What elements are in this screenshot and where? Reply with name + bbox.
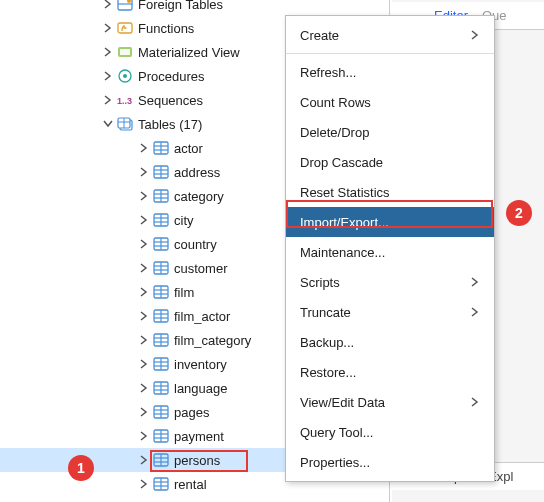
menu-item-label: Delete/Drop xyxy=(300,125,369,140)
menu-item-label: Import/Export... xyxy=(300,215,389,230)
chevron-right-icon xyxy=(470,30,480,40)
menu-item-label: Maintenance... xyxy=(300,245,385,260)
tree-table-label: rental xyxy=(174,477,207,492)
chevron-right-icon[interactable] xyxy=(136,284,152,300)
chevron-right-icon[interactable] xyxy=(100,92,116,108)
tree-table-label: persons xyxy=(174,453,220,468)
menu-item-view-edit-data[interactable]: View/Edit Data xyxy=(286,387,494,417)
tree-group-label: Procedures xyxy=(138,69,204,84)
table-icon xyxy=(152,379,170,397)
annotation-badge-1: 1 xyxy=(68,455,94,481)
functions-icon xyxy=(116,19,134,37)
tree-table-label: city xyxy=(174,213,194,228)
menu-item-reset-statistics[interactable]: Reset Statistics xyxy=(286,177,494,207)
chevron-right-icon xyxy=(470,307,480,317)
tree-table-label: country xyxy=(174,237,217,252)
menu-item-query-tool[interactable]: Query Tool... xyxy=(286,417,494,447)
table-icon xyxy=(152,355,170,373)
sequences-icon: 1..3 xyxy=(116,91,134,109)
tree-table-label: film xyxy=(174,285,194,300)
tree-table-label: pages xyxy=(174,405,209,420)
foreign-tables-icon xyxy=(116,0,134,13)
svg-text:1..3: 1..3 xyxy=(117,96,132,106)
chevron-right-icon[interactable] xyxy=(136,212,152,228)
menu-item-truncate[interactable]: Truncate xyxy=(286,297,494,327)
chevron-right-icon[interactable] xyxy=(136,308,152,324)
chevron-right-icon[interactable] xyxy=(136,404,152,420)
svg-rect-5 xyxy=(120,49,130,55)
chevron-right-icon xyxy=(470,397,480,407)
chevron-down-icon[interactable] xyxy=(100,116,116,132)
menu-item-label: Query Tool... xyxy=(300,425,373,440)
menu-separator xyxy=(286,53,494,54)
menu-item-create[interactable]: Create xyxy=(286,20,494,50)
menu-item-label: Properties... xyxy=(300,455,370,470)
tree-group-label: Functions xyxy=(138,21,194,36)
tree-table-label: film_actor xyxy=(174,309,230,324)
menu-item-backup[interactable]: Backup... xyxy=(286,327,494,357)
chevron-right-icon[interactable] xyxy=(136,428,152,444)
chevron-right-icon[interactable] xyxy=(136,332,152,348)
tables-group-icon xyxy=(116,115,134,133)
tree-table-label: address xyxy=(174,165,220,180)
menu-item-restore[interactable]: Restore... xyxy=(286,357,494,387)
menu-item-label: Count Rows xyxy=(300,95,371,110)
chevron-right-icon[interactable] xyxy=(136,380,152,396)
svg-point-2 xyxy=(127,0,131,3)
menu-item-scripts[interactable]: Scripts xyxy=(286,267,494,297)
chevron-right-icon[interactable] xyxy=(100,20,116,36)
context-menu: CreateRefresh...Count RowsDelete/DropDro… xyxy=(285,15,495,482)
materialized-views-icon xyxy=(116,43,134,61)
chevron-right-icon[interactable] xyxy=(136,140,152,156)
svg-point-7 xyxy=(123,74,127,78)
tree-table-label: inventory xyxy=(174,357,227,372)
chevron-right-icon[interactable] xyxy=(136,164,152,180)
menu-item-maintenance[interactable]: Maintenance... xyxy=(286,237,494,267)
tree-table-label: film_category xyxy=(174,333,251,348)
table-icon xyxy=(152,187,170,205)
chevron-right-icon[interactable] xyxy=(100,68,116,84)
chevron-right-icon[interactable] xyxy=(136,476,152,492)
table-icon xyxy=(152,211,170,229)
table-icon xyxy=(152,259,170,277)
table-icon xyxy=(152,139,170,157)
tree-table-label: actor xyxy=(174,141,203,156)
menu-item-label: Truncate xyxy=(300,305,351,320)
table-icon xyxy=(152,235,170,253)
table-icon xyxy=(152,307,170,325)
tree-group-foreign-tables[interactable]: Foreign Tables xyxy=(0,0,389,16)
menu-item-import-export[interactable]: Import/Export... xyxy=(286,207,494,237)
menu-item-properties[interactable]: Properties... xyxy=(286,447,494,477)
menu-item-label: Reset Statistics xyxy=(300,185,390,200)
menu-item-label: Create xyxy=(300,28,339,43)
tree-group-label: Tables (17) xyxy=(138,117,202,132)
chevron-right-icon[interactable] xyxy=(136,236,152,252)
table-icon xyxy=(152,283,170,301)
tree-table-label: category xyxy=(174,189,224,204)
tree-group-label: Foreign Tables xyxy=(138,0,223,12)
tree-table-label: payment xyxy=(174,429,224,444)
menu-item-label: View/Edit Data xyxy=(300,395,385,410)
tree-table-label: language xyxy=(174,381,228,396)
chevron-right-icon[interactable] xyxy=(100,44,116,60)
tree-table-label: customer xyxy=(174,261,227,276)
menu-item-label: Scripts xyxy=(300,275,340,290)
annotation-badge-2: 2 xyxy=(506,200,532,226)
table-icon xyxy=(152,451,170,469)
chevron-right-icon[interactable] xyxy=(100,0,116,12)
menu-item-label: Refresh... xyxy=(300,65,356,80)
chevron-right-icon[interactable] xyxy=(136,356,152,372)
menu-item-refresh[interactable]: Refresh... xyxy=(286,57,494,87)
chevron-right-icon[interactable] xyxy=(136,260,152,276)
table-icon xyxy=(152,331,170,349)
table-icon xyxy=(152,427,170,445)
table-icon xyxy=(152,475,170,493)
chevron-right-icon[interactable] xyxy=(136,188,152,204)
menu-item-label: Drop Cascade xyxy=(300,155,383,170)
menu-item-count-rows[interactable]: Count Rows xyxy=(286,87,494,117)
chevron-right-icon[interactable] xyxy=(136,452,152,468)
menu-item-delete-drop[interactable]: Delete/Drop xyxy=(286,117,494,147)
table-icon xyxy=(152,163,170,181)
chevron-right-icon xyxy=(470,277,480,287)
menu-item-drop-cascade[interactable]: Drop Cascade xyxy=(286,147,494,177)
